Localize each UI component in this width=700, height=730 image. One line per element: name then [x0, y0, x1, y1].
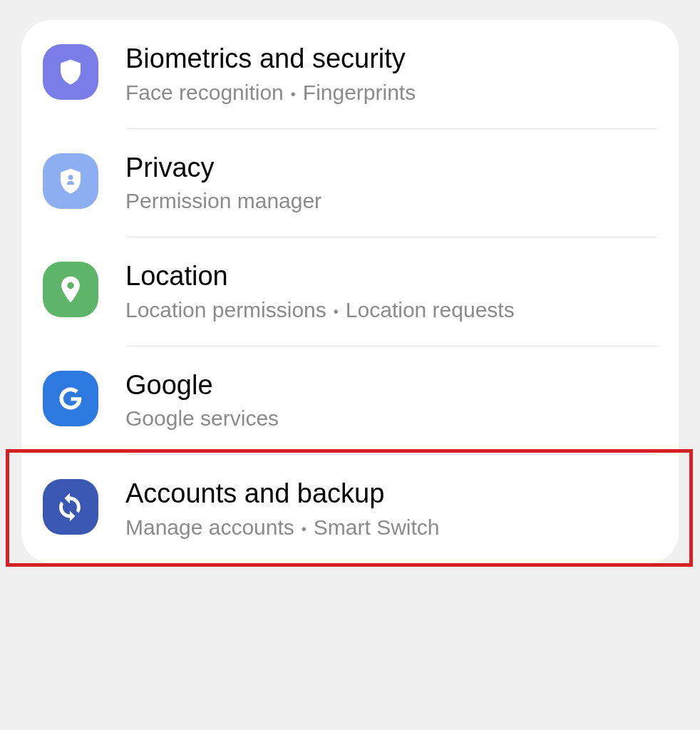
settings-item-title: Location [125, 260, 515, 293]
svg-point-1 [67, 282, 74, 289]
settings-item-location[interactable]: Location Location permissions•Location r… [21, 237, 679, 346]
settings-item-text: Privacy Permission manager [125, 152, 321, 215]
settings-item-subtitle: Permission manager [125, 188, 321, 214]
subtitle-part: Fingerprints [303, 81, 416, 104]
settings-item-subtitle: Face recognition•Fingerprints [125, 80, 416, 106]
subtitle-part: Face recognition [125, 81, 284, 104]
settings-item-title: Privacy [125, 152, 321, 185]
settings-panel: Biometrics and security Face recognition… [21, 20, 679, 563]
privacy-shield-icon [43, 153, 98, 209]
separator-icon: • [334, 304, 339, 319]
settings-item-title: Google [125, 369, 279, 402]
subtitle-part: Smart Switch [314, 515, 440, 539]
separator-icon: • [291, 86, 296, 102]
settings-item-text: Accounts and backup Manage accounts•Smar… [125, 478, 440, 540]
svg-point-0 [68, 175, 73, 180]
sync-icon [43, 479, 98, 535]
separator-icon: • [302, 521, 307, 537]
subtitle-part: Google services [125, 406, 279, 430]
google-g-icon [43, 371, 98, 426]
settings-item-text: Google Google services [125, 369, 279, 432]
settings-item-subtitle: Manage accounts•Smart Switch [125, 515, 440, 540]
settings-item-privacy[interactable]: Privacy Permission manager [21, 129, 679, 237]
settings-item-subtitle: Google services [125, 406, 279, 431]
settings-item-biometrics[interactable]: Biometrics and security Face recognition… [21, 20, 679, 128]
settings-item-text: Location Location permissions•Location r… [125, 260, 515, 323]
subtitle-part: Location permissions [125, 298, 326, 322]
subtitle-part: Manage accounts [125, 515, 294, 539]
settings-item-title: Biometrics and security [125, 43, 416, 76]
settings-item-title: Accounts and backup [125, 478, 440, 510]
settings-item-accounts[interactable]: Accounts and backup Manage accounts•Smar… [21, 455, 679, 563]
location-pin-icon [43, 262, 98, 317]
settings-item-google[interactable]: Google Google services [21, 346, 679, 455]
shield-icon [43, 44, 98, 100]
settings-item-subtitle: Location permissions•Location requests [125, 297, 515, 323]
subtitle-part: Permission manager [125, 189, 321, 212]
subtitle-part: Location requests [346, 298, 515, 322]
settings-item-text: Biometrics and security Face recognition… [125, 43, 416, 106]
